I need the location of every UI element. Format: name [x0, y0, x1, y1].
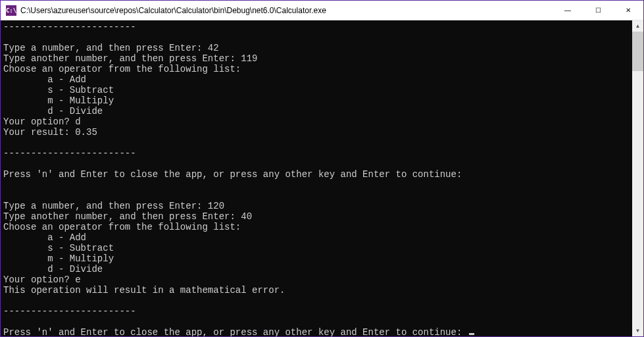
scroll-track[interactable]	[632, 32, 643, 325]
op-add: a - Add	[3, 74, 86, 85]
prompt-num2: Type another number, and then press Ente…	[3, 211, 241, 222]
op-mul: m - Multiply	[3, 95, 114, 106]
vertical-scrollbar[interactable]: ▲ ▼	[632, 20, 643, 336]
op-sub: s - Subtract	[3, 243, 114, 253]
continue-prompt: Press 'n' and Enter to close the app, or…	[3, 169, 468, 180]
separator: ------------------------	[3, 148, 136, 159]
window-buttons: — ☐ ✕	[553, 1, 643, 20]
minimize-button[interactable]: —	[553, 1, 583, 20]
cursor	[469, 333, 474, 335]
error-msg: This operation will result in a mathemat…	[3, 285, 285, 296]
option-1: d	[75, 117, 80, 127]
console-window: C:\ C:\Users\azureuser\source\repos\Calc…	[0, 0, 644, 337]
input-num2-2: 40	[241, 211, 252, 222]
your-option: Your option?	[3, 117, 75, 127]
your-option: Your option?	[3, 274, 75, 285]
client-area: ------------------------ Type a number, …	[1, 20, 643, 336]
op-mul: m - Multiply	[3, 253, 114, 264]
scroll-up-button[interactable]: ▲	[632, 20, 643, 32]
option-2: e	[75, 274, 80, 285]
scroll-down-button[interactable]: ▼	[632, 325, 643, 336]
op-sub: s - Subtract	[3, 85, 114, 95]
op-div: d - Divide	[3, 106, 103, 117]
op-add: a - Add	[3, 232, 86, 243]
scroll-thumb[interactable]	[632, 32, 643, 71]
app-icon: C:\	[6, 5, 16, 16]
console-output[interactable]: ------------------------ Type a number, …	[1, 20, 632, 336]
titlebar[interactable]: C:\ C:\Users\azureuser\source\repos\Calc…	[1, 1, 643, 20]
prompt-num1: Type a number, and then press Enter:	[3, 43, 208, 53]
close-button[interactable]: ✕	[613, 1, 643, 20]
choose-op: Choose an operator from the following li…	[3, 222, 241, 232]
separator: ------------------------	[3, 22, 136, 32]
op-div: d - Divide	[3, 264, 103, 274]
maximize-button[interactable]: ☐	[583, 1, 613, 20]
window-title: C:\Users\azureuser\source\repos\Calculat…	[20, 6, 553, 15]
your-result: Your result:	[3, 127, 75, 138]
result-1: 0.35	[75, 127, 97, 138]
input-num1-2: 120	[208, 201, 224, 211]
prompt-num1: Type a number, and then press Enter:	[3, 201, 208, 211]
separator: ------------------------	[3, 306, 136, 317]
input-num2-1: 119	[241, 53, 257, 64]
choose-op: Choose an operator from the following li…	[3, 64, 241, 74]
input-num1-1: 42	[208, 43, 219, 53]
continue-prompt: Press 'n' and Enter to close the app, or…	[3, 327, 468, 336]
prompt-num2: Type another number, and then press Ente…	[3, 53, 241, 64]
